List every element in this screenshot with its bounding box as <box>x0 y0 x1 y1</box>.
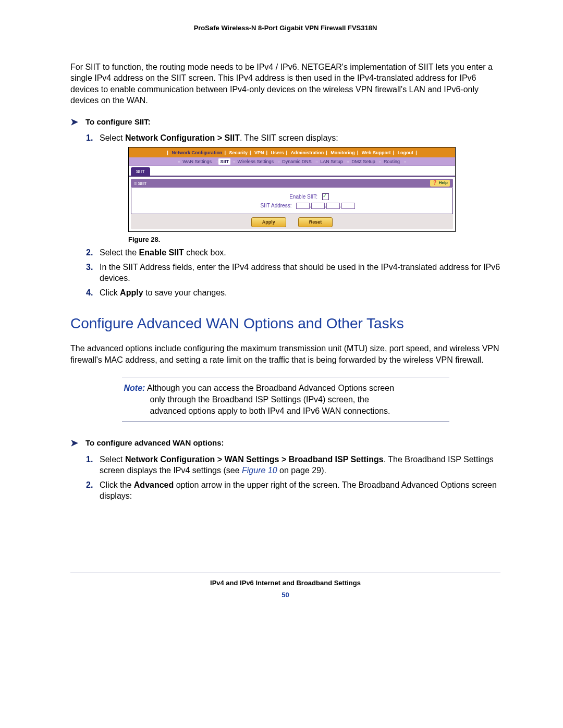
subnav-ddns[interactable]: Dynamic DNS <box>280 159 313 164</box>
steps-list-siit: 1. Select Network Configuration > SIIT. … <box>86 132 500 298</box>
enable-siit-label: Enable SIIT: <box>255 193 317 201</box>
subnav-siit[interactable]: SIIT <box>218 158 230 165</box>
shot-pane: SIIT Help Enable SIIT: SIIT Address: ...… <box>129 176 455 231</box>
help-button[interactable]: Help <box>430 180 450 187</box>
nav-users[interactable]: Users <box>270 150 285 155</box>
section-paragraph: The advanced options include configuring… <box>70 343 500 365</box>
reset-button[interactable]: Reset <box>298 217 333 227</box>
figure-caption: Figure 28. <box>128 235 500 244</box>
siit-addr-1[interactable] <box>296 203 310 209</box>
nav-network-config[interactable]: Network Configuration <box>170 150 223 155</box>
subnav-wan[interactable]: WAN Settings <box>181 159 213 164</box>
siit-addr-3[interactable] <box>326 203 340 209</box>
steps-list-wan: 1. Select Network Configuration > WAN Se… <box>86 454 500 502</box>
note-label: Note: <box>124 384 145 392</box>
subnav-routing[interactable]: Routing <box>382 159 401 164</box>
task-heading-siit: ➤ To configure SIIT: <box>70 116 500 128</box>
footer-rule <box>70 573 500 573</box>
figure-link[interactable]: Figure 10 <box>242 466 277 475</box>
chevron-right-icon: ➤ <box>70 116 78 128</box>
siit-form: Enable SIIT: SIIT Address: ... <box>131 188 453 214</box>
apply-button[interactable]: Apply <box>251 217 286 227</box>
task-heading-wan: ➤ To configure advanced WAN options: <box>70 437 500 449</box>
intro-paragraph: For SIIT to function, the routing mode n… <box>70 61 500 106</box>
nav-monitoring[interactable]: Monitoring <box>329 150 356 155</box>
subnav-dmz[interactable]: DMZ Setup <box>350 159 377 164</box>
nav-vpn[interactable]: VPN <box>253 150 265 155</box>
chevron-right-icon: ➤ <box>70 437 78 449</box>
nav-websupport[interactable]: Web Support <box>361 150 392 155</box>
task-title: To configure advanced WAN options: <box>85 438 224 448</box>
step-1: 1. Select Network Configuration > SIIT. … <box>86 132 500 244</box>
subnav-wireless[interactable]: Wireless Settings <box>236 159 275 164</box>
subnav-lan[interactable]: LAN Setup <box>319 159 345 164</box>
section-bar: SIIT Help <box>131 179 453 188</box>
nav-logout[interactable]: Logout <box>397 150 415 155</box>
footer-title: IPv4 and IPv6 Internet and Broadband Set… <box>70 578 500 588</box>
nav-admin[interactable]: Administration <box>290 150 325 155</box>
shot-tabrow: SIIT <box>129 166 455 176</box>
task-title: To configure SIIT: <box>85 117 151 127</box>
nav-security[interactable]: Security <box>228 150 249 155</box>
note-block: Note: Although you can access the Broadb… <box>122 377 449 422</box>
siit-addr-2[interactable] <box>311 203 325 209</box>
section-bar-title: SIIT <box>134 180 146 187</box>
section-heading-wan: Configure Advanced WAN Options and Other… <box>70 314 500 334</box>
page-number: 50 <box>70 590 500 600</box>
step-3: 3. In the SIIT Address fields, enter the… <box>86 262 500 284</box>
document-header: ProSafe Wireless-N 8-Port Gigabit VPN Fi… <box>70 23 500 33</box>
step-2: 2. Select the Enable SIIT check box. <box>86 247 500 258</box>
siit-address-label: SIIT Address: <box>229 202 291 209</box>
enable-siit-checkbox[interactable] <box>322 193 329 200</box>
tab-siit[interactable]: SIIT <box>131 167 150 176</box>
shot-sub-nav: ::WAN Settings ::SIIT ::Wireless Setting… <box>129 157 455 166</box>
siit-screenshot: | Network Configuration| Security| VPN| … <box>128 147 456 232</box>
step-1b: 1. Select Network Configuration > WAN Se… <box>86 454 500 476</box>
shot-top-nav: | Network Configuration| Security| VPN| … <box>129 147 455 157</box>
step-2b: 2. Click the Advanced option arrow in th… <box>86 479 500 502</box>
siit-addr-4[interactable] <box>341 203 355 209</box>
step-4: 4. Click Apply to save your changes. <box>86 287 500 299</box>
shot-button-row: Apply Reset <box>131 214 453 229</box>
